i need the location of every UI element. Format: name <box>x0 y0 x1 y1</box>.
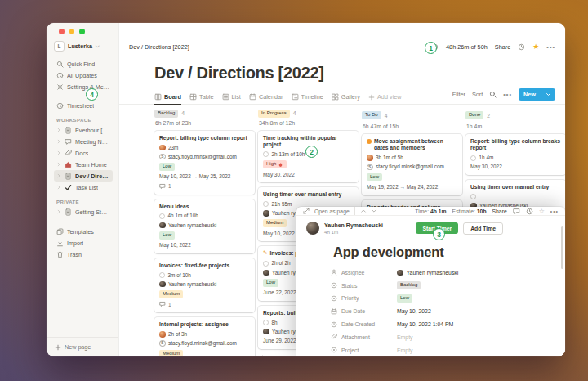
tab-list[interactable]: List <box>222 93 241 104</box>
comment-icon[interactable] <box>513 208 520 215</box>
circled-s-icon: S <box>367 164 373 171</box>
sidebar-item-templates[interactable]: Templates <box>54 226 113 237</box>
timer-icon[interactable] <box>263 151 269 157</box>
timer-icon[interactable] <box>470 155 476 161</box>
workspace-name: Lusterka <box>68 43 92 50</box>
more-icon[interactable]: ••• <box>546 43 555 51</box>
property-row-project[interactable]: ProjectEmpty <box>330 343 565 356</box>
property-value: Empty <box>397 347 413 353</box>
column-name-badge[interactable]: To Do <box>362 111 381 119</box>
plus-icon <box>260 355 265 356</box>
chevron-right-icon[interactable] <box>56 128 61 132</box>
timer-icon[interactable] <box>263 261 269 267</box>
open-as-page-button[interactable]: Open as page <box>314 208 350 214</box>
modal-more-icon[interactable]: ••• <box>550 208 559 214</box>
clock-icon[interactable] <box>526 208 533 215</box>
star-outline-icon[interactable]: ☆ <box>539 208 545 215</box>
property-badge: Low <box>397 294 412 303</box>
property-value-text: May 10, 2022 <box>397 308 431 314</box>
new-button[interactable]: New <box>519 88 555 101</box>
filter-button[interactable]: Filter <box>452 91 466 98</box>
breadcrumb[interactable]: Dev / Directions [2022] <box>129 43 189 51</box>
view-more-icon[interactable]: ••• <box>503 91 512 98</box>
prev-record-button[interactable] <box>360 208 367 214</box>
column-name-badge[interactable]: Backlog <box>154 110 178 118</box>
chevron-right-icon[interactable] <box>56 150 61 155</box>
board-card[interactable]: Report: billing type column report23mSst… <box>154 131 255 195</box>
sidebar-item-dev-directions-2022-[interactable]: Dev / Directions [2022] <box>54 170 113 182</box>
property-row-status[interactable]: StatusBacklog <box>330 279 565 292</box>
property-row-priority[interactable]: PriorityLow <box>330 292 565 305</box>
priority-badge-label: Medium <box>163 291 180 298</box>
add-time-button[interactable]: Add Time <box>463 222 503 235</box>
import-icon <box>56 240 64 247</box>
comment-count: 1 <box>168 183 172 189</box>
chevron-right-icon[interactable] <box>56 173 61 178</box>
modal-share-button[interactable]: Share <box>492 208 507 214</box>
property-row-attachment[interactable]: AttachmentEmpty <box>330 330 565 343</box>
sidebar-item-import[interactable]: Import <box>54 237 113 249</box>
clock-icon[interactable] <box>518 43 525 51</box>
sidebar-item-all-updates[interactable]: All Updates <box>54 69 113 81</box>
chevron-right-icon[interactable] <box>56 185 61 190</box>
timer-icon[interactable] <box>263 201 269 207</box>
task-title[interactable]: App development <box>333 244 565 260</box>
search-icon[interactable] <box>489 91 497 98</box>
property-row-assignee[interactable]: AssigneeYauhen rymasheuski <box>330 266 565 279</box>
priority-badge-label: Low <box>370 174 379 181</box>
board-card[interactable]: Invoices: fixed-fee projects3m of 10hYau… <box>154 258 255 313</box>
sidebar-item-getting-started[interactable]: Getting Started <box>54 206 113 217</box>
zoom-window-button[interactable] <box>79 29 85 34</box>
column-name-badge[interactable]: Done <box>466 111 483 119</box>
sidebar-item-docs[interactable]: Docs <box>54 147 113 159</box>
sort-button[interactable]: Sort <box>472 91 483 98</box>
modal-scrollbar[interactable] <box>561 226 564 269</box>
column-time-total: 34h 8m of 12h <box>259 120 359 126</box>
property-label-text: Date Created <box>341 321 375 327</box>
sidebar-item-quick-find[interactable]: Quick Find <box>54 58 113 69</box>
card-dates: May 10, 2022 <box>159 242 250 249</box>
column-name-badge[interactable]: In Progress <box>258 110 290 118</box>
chevron-right-icon[interactable] <box>56 139 61 144</box>
tab-board[interactable]: Board <box>154 93 181 105</box>
timer-icon[interactable] <box>263 320 269 325</box>
timer-icon[interactable] <box>159 272 165 278</box>
next-record-button[interactable] <box>371 208 377 214</box>
sidebar-item-team-home[interactable]: Team Home <box>54 159 113 170</box>
clip-icon <box>330 334 337 340</box>
share-button[interactable]: Share <box>495 43 510 51</box>
minimize-window-button[interactable] <box>69 29 75 34</box>
sidebar-item-task-list[interactable]: Task List <box>54 182 113 193</box>
close-window-button[interactable] <box>59 29 65 34</box>
sidebar-item-timesheet[interactable]: Timesheet <box>54 100 113 111</box>
property-row-due-date[interactable]: Due DateMay 10, 2022 <box>330 305 565 318</box>
sidebar-item-trash[interactable]: Trash <box>54 249 113 260</box>
tab-calendar[interactable]: Calendar <box>249 93 283 104</box>
timer-icon[interactable] <box>470 194 476 199</box>
card-assignee: Yauhen rymasheuski <box>168 281 216 288</box>
workspace-switcher[interactable]: L Lusterka ⌵ <box>54 41 113 52</box>
chevron-down-icon[interactable] <box>541 89 555 100</box>
chevron-right-icon[interactable] <box>56 162 61 167</box>
tab-table[interactable]: Table <box>189 93 213 104</box>
card-email: stacy.floyd.minsk@gmail.com <box>168 154 237 160</box>
board-card[interactable]: Internal projects: assignee2h of 3hSstac… <box>154 317 255 356</box>
page-time-total[interactable]: 48h 26m of 50h <box>446 43 488 51</box>
new-page-button[interactable]: New page <box>47 337 118 356</box>
add-view-button[interactable]: Add view <box>368 93 402 104</box>
sidebar-item-everhour-2022-view-[interactable]: Everhour [2022] View ... <box>54 124 113 136</box>
board-card[interactable]: Move assignment between dates and member… <box>362 134 462 195</box>
card-title-text: Invoices: fixed-fee projects <box>159 262 229 269</box>
timer-icon[interactable] <box>159 213 165 219</box>
card-title-text: Using timer over manual entry <box>263 191 341 198</box>
chevron-right-icon[interactable] <box>56 209 61 214</box>
tab-timeline[interactable]: Timeline <box>292 93 323 104</box>
board-card[interactable]: Menu ideas4h 1m of 10hYauhen rymasheuski… <box>154 199 255 253</box>
sidebar-item-meeting-notes[interactable]: Meeting Notes <box>54 136 113 147</box>
card-title-text: Using timer over manual entry <box>470 184 549 190</box>
property-row-date-created[interactable]: Date CreatedMay 10, 2022 1:04 PM <box>330 318 565 331</box>
star-icon[interactable]: ★ <box>532 43 539 51</box>
board-card[interactable]: Report: billing type column breaks repor… <box>466 134 565 175</box>
tab-gallery[interactable]: Gallery <box>332 93 360 104</box>
sidebar-item-settings-members[interactable]: Settings & Members <box>54 81 113 92</box>
